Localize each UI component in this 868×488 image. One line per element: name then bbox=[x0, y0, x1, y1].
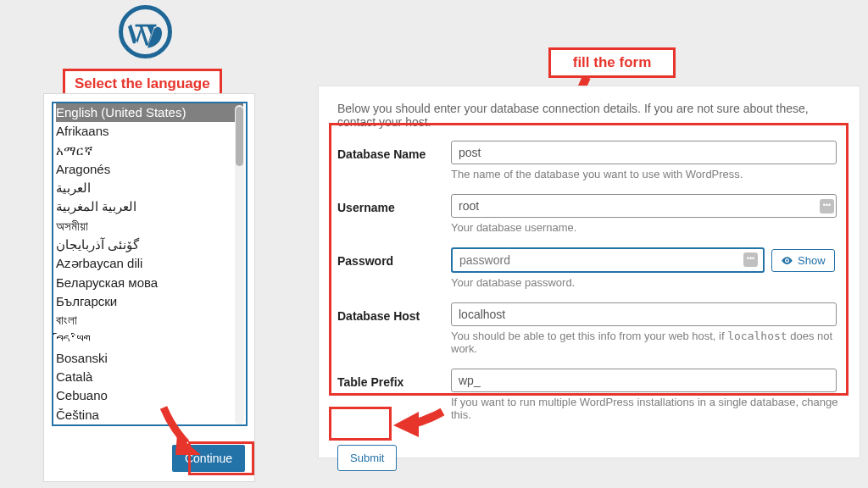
help-prefix: If you want to run multiple WordPress in… bbox=[451, 396, 841, 421]
language-option[interactable]: Български bbox=[56, 292, 243, 311]
help-username: Your database username. bbox=[451, 221, 841, 234]
input-username[interactable] bbox=[451, 194, 837, 218]
language-option[interactable]: Čeština bbox=[56, 406, 243, 424]
help-dbname: The name of the database you want to use… bbox=[451, 168, 841, 180]
language-option[interactable]: Aragonés bbox=[56, 160, 243, 179]
language-option[interactable]: العربية bbox=[56, 179, 243, 197]
help-password: Your database password. bbox=[451, 276, 841, 289]
label-prefix: Table Prefix bbox=[337, 369, 448, 433]
label-username: Username bbox=[337, 194, 448, 246]
scrollbar[interactable] bbox=[235, 105, 244, 424]
wordpress-logo bbox=[119, 5, 172, 58]
password-manager-icon[interactable]: ••• bbox=[743, 252, 758, 267]
language-option[interactable]: བོད་ཡིག bbox=[56, 330, 243, 349]
input-dbname[interactable] bbox=[451, 141, 837, 164]
language-option[interactable]: Afrikaans bbox=[56, 122, 243, 141]
input-prefix[interactable] bbox=[451, 369, 837, 392]
show-password-button[interactable]: Show bbox=[771, 249, 835, 272]
continue-button[interactable]: Continue bbox=[172, 445, 245, 472]
submit-button[interactable]: Submit bbox=[337, 445, 397, 471]
help-dbhost: You should be able to get this info from… bbox=[451, 330, 841, 355]
language-option[interactable]: گۆنئی آذربایجان bbox=[56, 236, 243, 254]
language-option[interactable]: Cebuano bbox=[56, 386, 243, 405]
language-option[interactable]: አማርኛ bbox=[56, 141, 243, 160]
input-password[interactable] bbox=[451, 247, 765, 273]
language-panel: English (United States)AfrikaansአማርኛArag… bbox=[43, 93, 255, 482]
language-option[interactable]: Беларуская мова bbox=[56, 274, 243, 292]
language-option[interactable]: বাংলা bbox=[56, 311, 243, 330]
database-setup-panel: Below you should enter your database con… bbox=[318, 86, 860, 458]
label-password: Password bbox=[337, 247, 448, 301]
eye-icon bbox=[781, 254, 793, 267]
language-option[interactable]: অসমীয়া bbox=[56, 217, 243, 236]
language-listbox[interactable]: English (United States)AfrikaansአማርኛArag… bbox=[52, 102, 248, 426]
language-option[interactable]: Català bbox=[56, 368, 243, 386]
input-dbhost[interactable] bbox=[451, 302, 837, 326]
language-option[interactable]: Azərbaycan dili bbox=[56, 254, 243, 273]
language-option[interactable]: Cymraeg bbox=[56, 424, 243, 426]
scrollbar-thumb[interactable] bbox=[236, 107, 243, 166]
language-option[interactable]: العربية المغربية bbox=[56, 197, 243, 216]
language-option[interactable]: Bosanski bbox=[56, 349, 243, 368]
language-option[interactable]: English (United States) bbox=[56, 103, 243, 122]
show-label: Show bbox=[798, 254, 826, 267]
label-dbname: Database Name bbox=[337, 141, 448, 192]
label-dbhost: Database Host bbox=[337, 302, 448, 367]
password-manager-icon[interactable]: ••• bbox=[820, 199, 834, 214]
callout-fill-form: fill the form bbox=[548, 47, 676, 78]
intro-text: Below you should enter your database con… bbox=[337, 102, 841, 129]
